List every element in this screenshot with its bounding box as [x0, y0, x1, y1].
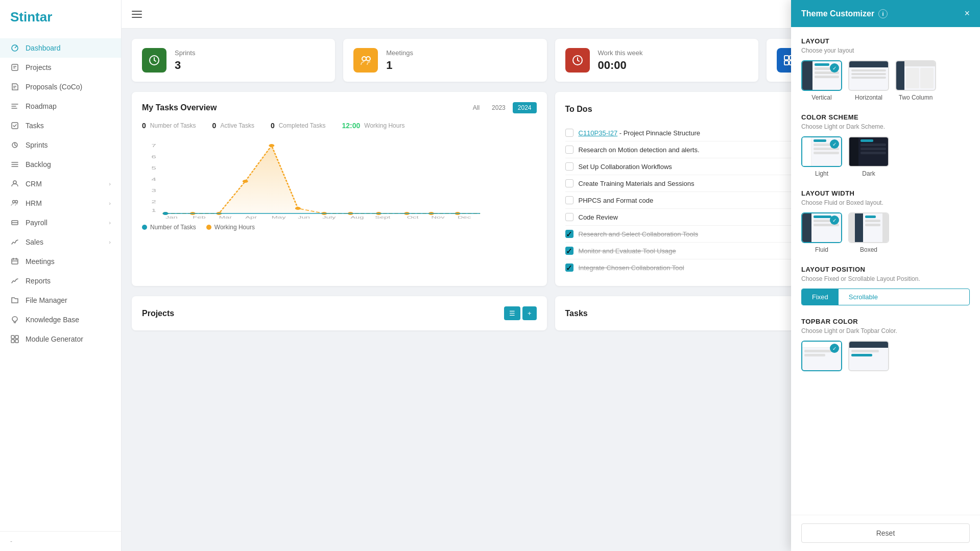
legend-tasks-label: Number of Tasks — [150, 224, 196, 231]
svg-point-62 — [162, 212, 168, 215]
sidebar-item-label-dashboard: Dashboard — [26, 44, 61, 52]
sidebar-item-meetings[interactable]: Meetings — [0, 252, 121, 271]
topbar-color-desc: Choose Light or Dark Topbar Color. — [801, 327, 970, 334]
hamburger-button[interactable] — [132, 11, 142, 18]
sidebar-item-sales[interactable]: Sales › — [0, 232, 121, 252]
sidebar-nav: Dashboard Projects Proposals (CoCo) Road… — [0, 34, 121, 531]
todo-checkbox[interactable] — [565, 146, 573, 154]
tasks-icon — [10, 121, 19, 130]
layout-option-two-column[interactable]: Two Column — [895, 60, 936, 101]
svg-point-10 — [15, 201, 18, 203]
sidebar-item-payroll[interactable]: Payroll › — [0, 213, 121, 232]
svg-text:7: 7 — [151, 143, 156, 148]
sidebar-item-knowledge-base[interactable]: Knowledge Base — [0, 310, 121, 329]
todo-checkbox[interactable] — [565, 129, 573, 137]
sidebar-item-module-generator[interactable]: Module Generator — [0, 329, 121, 349]
hrm-arrow-icon: › — [109, 200, 111, 206]
todo-link[interactable]: C110P35-I27 — [579, 129, 618, 137]
sidebar-item-roadmap[interactable]: Roadmap — [0, 97, 121, 116]
topbar-dark-option[interactable] — [848, 341, 889, 371]
projects-icon — [10, 63, 19, 72]
sales-arrow-icon: › — [109, 239, 111, 245]
svg-text:Dec: Dec — [458, 215, 471, 220]
sidebar-item-hrm[interactable]: HRM › — [0, 194, 121, 213]
reset-button[interactable]: Reset — [801, 523, 970, 543]
work-value: 00:00 — [598, 59, 643, 72]
topbar-light-option[interactable]: ✓ — [801, 341, 842, 371]
topbar-light-check: ✓ — [830, 344, 839, 353]
sidebar-item-backlog[interactable]: Backlog — [0, 155, 121, 174]
svg-point-54 — [269, 144, 274, 147]
todo-checkbox[interactable] — [565, 196, 573, 204]
todo-checkbox[interactable] — [565, 162, 573, 171]
todo-checkbox[interactable]: ✓ — [565, 263, 573, 272]
todo-checkbox[interactable]: ✓ — [565, 230, 573, 238]
svg-text:Oct: Oct — [407, 215, 419, 220]
svg-point-23 — [362, 57, 366, 61]
tab-2024[interactable]: 2024 — [513, 102, 537, 113]
layout-two-column-label: Two Column — [899, 94, 933, 101]
topbar-dark-preview — [848, 341, 889, 371]
svg-text:3: 3 — [151, 188, 156, 193]
todo-checkbox[interactable]: ✓ — [565, 247, 573, 255]
position-fixed-btn[interactable]: Fixed — [802, 289, 839, 305]
tab-2023[interactable]: 2023 — [487, 102, 511, 113]
svg-rect-21 — [15, 340, 18, 343]
svg-text:Feb: Feb — [193, 215, 206, 220]
sidebar-item-dashboard[interactable]: Dashboard — [0, 38, 121, 58]
width-boxed-label: Boxed — [860, 246, 877, 253]
file-manager-icon — [10, 296, 19, 305]
width-option-fluid[interactable]: ✓ Fluid — [801, 212, 842, 253]
theme-close-button[interactable]: × — [964, 8, 970, 19]
chart-legend: Number of Tasks Working Hours — [142, 224, 537, 231]
todo-checkbox[interactable] — [565, 213, 573, 221]
sidebar-item-reports[interactable]: Reports — [0, 271, 121, 291]
color-option-light[interactable]: ✓ Light — [801, 136, 842, 177]
width-option-boxed[interactable]: Boxed — [848, 212, 889, 253]
svg-point-8 — [13, 181, 16, 184]
sidebar-item-crm[interactable]: CRM › — [0, 174, 121, 194]
sidebar-item-label-tasks: Tasks — [26, 122, 44, 130]
projects-btn-group: ☰ + — [504, 306, 537, 320]
sidebar-item-proposals[interactable]: Proposals (CoCo) — [0, 77, 121, 97]
tasks-overview-tabs: All 2023 2024 — [468, 102, 537, 113]
position-scrollable-btn[interactable]: Scrollable — [839, 289, 888, 305]
layout-horizontal-preview — [848, 60, 889, 91]
todo-checkbox[interactable] — [565, 179, 573, 187]
working-hours-stat: 12:00 Working Hours — [342, 122, 405, 130]
meetings-icon — [10, 257, 19, 266]
sidebar-item-projects[interactable]: Projects — [0, 58, 121, 77]
tasks-overview-header: My Tasks Overview All 2023 2024 — [142, 102, 537, 113]
legend-tasks-dot — [142, 225, 147, 230]
color-light-preview: ✓ — [801, 136, 842, 167]
svg-text:Jun: Jun — [298, 215, 310, 220]
sidebar-item-file-manager[interactable]: File Manager — [0, 291, 121, 310]
layout-option-horizontal[interactable]: Horizontal — [848, 60, 889, 101]
topbar-color-title: TOPBAR COLOR — [801, 318, 970, 325]
width-fluid-preview: ✓ — [801, 212, 842, 243]
theme-panel-header: Theme Customizer i × — [791, 0, 980, 27]
completed-tasks-value: 0 — [271, 122, 275, 130]
svg-text:5: 5 — [151, 165, 156, 171]
layout-option-vertical[interactable]: ✓ Vertical — [801, 60, 842, 101]
knowledge-base-icon — [10, 315, 19, 324]
projects-bottom-title: Projects — [142, 309, 174, 318]
projects-add-btn[interactable]: + — [522, 306, 537, 320]
color-scheme-title: COLOR SCHEME — [801, 113, 970, 121]
sidebar-item-sprints[interactable]: Sprints — [0, 135, 121, 155]
projects-bottom-header: Projects ☰ + — [142, 306, 537, 320]
stat-card-work: Work this week 00:00 — [555, 39, 758, 82]
sprints-value: 3 — [175, 59, 195, 72]
tab-all[interactable]: All — [468, 102, 485, 113]
theme-panel-footer: Reset — [791, 515, 980, 551]
layout-position-title: LAYOUT POSITION — [801, 266, 970, 273]
projects-list-btn[interactable]: ☰ — [504, 306, 520, 320]
color-option-dark[interactable]: Dark — [848, 136, 889, 177]
color-light-label: Light — [815, 170, 828, 177]
sidebar-item-tasks[interactable]: Tasks — [0, 116, 121, 135]
stat-content-work: Work this week 00:00 — [598, 49, 643, 72]
theme-panel-title: Theme Customizer i — [801, 9, 888, 18]
working-hours-value: 12:00 — [342, 122, 361, 130]
hrm-icon — [10, 199, 19, 208]
payroll-arrow-icon: › — [109, 220, 111, 226]
